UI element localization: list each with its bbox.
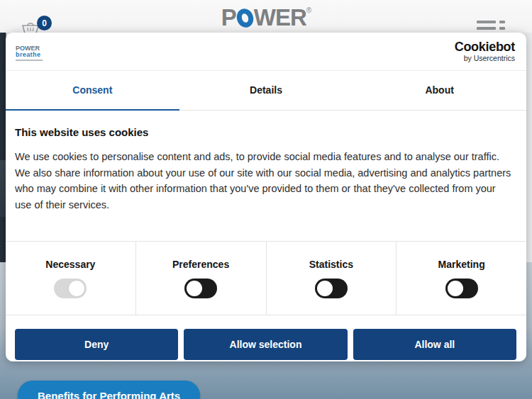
power-logo-o-icon	[234, 6, 255, 30]
tab-details[interactable]: Details	[179, 71, 353, 111]
cookie-consent-dialog: POWER breathe Cookiebot by Usercentrics …	[6, 33, 526, 361]
category-preferences: Preferences	[136, 242, 267, 315]
tab-about[interactable]: About	[353, 71, 526, 111]
cookiebot-wordmark: Cookiebot	[455, 40, 515, 53]
category-label: Marketing	[438, 259, 485, 270]
pb-logo-rest: WER	[25, 45, 40, 52]
marketing-toggle[interactable]	[445, 279, 478, 298]
menu-bar	[477, 21, 496, 23]
toggle-knob	[69, 281, 84, 296]
page: 0 PWER® POWER breathe Cookiebot by Userc…	[0, 0, 532, 399]
category-marketing: Marketing	[397, 242, 526, 315]
cookiebot-byline: by Usercentrics	[455, 55, 515, 62]
allow-selection-button[interactable]: Allow selection	[184, 329, 347, 360]
powerbreathe-logo: POWER breathe	[16, 43, 43, 61]
benefits-performing-arts-button[interactable]: Benefits for Performing Arts	[18, 381, 200, 399]
deny-button[interactable]: Deny	[15, 329, 178, 360]
power-logo-rest: WER	[254, 4, 306, 30]
dialog-tabs: Consent Details About	[6, 71, 526, 111]
pb-logo-breathe: breathe	[16, 52, 43, 58]
menu-dot	[499, 21, 505, 23]
preferences-toggle[interactable]	[184, 279, 217, 298]
dialog-header: POWER breathe Cookiebot by Usercentrics	[6, 33, 526, 71]
cookiebot-logo: Cookiebot by Usercentrics	[455, 40, 515, 62]
necessary-toggle	[54, 279, 87, 298]
registered-mark: ®	[306, 6, 311, 14]
dialog-description: We use cookies to personalise content an…	[15, 149, 513, 213]
category-necessary: Necessary	[6, 242, 136, 315]
toggle-knob	[187, 281, 202, 296]
dialog-heading: This website uses cookies	[15, 126, 516, 138]
power-logo: PWER®	[0, 4, 532, 31]
dialog-buttons: Deny Allow selection Allow all	[6, 315, 526, 360]
menu-bar	[477, 27, 496, 30]
menu-dot	[499, 27, 505, 30]
pb-logo-o: O	[20, 45, 25, 52]
category-label: Preferences	[172, 259, 229, 270]
dialog-body: This website uses cookies We use cookies…	[6, 111, 526, 213]
allow-all-button[interactable]: Allow all	[353, 329, 516, 360]
toggle-knob	[317, 281, 333, 296]
cookie-categories: Necessary Preferences Statistics Marketi…	[6, 241, 526, 315]
tab-consent[interactable]: Consent	[6, 71, 179, 111]
category-label: Statistics	[309, 259, 353, 270]
statistics-toggle[interactable]	[315, 279, 348, 298]
hamburger-menu-icon[interactable]	[477, 21, 505, 33]
pb-logo-tagline	[16, 60, 43, 61]
toggle-knob	[448, 281, 463, 296]
category-label: Necessary	[45, 259, 95, 270]
power-logo-p: P	[221, 4, 236, 30]
category-statistics: Statistics	[267, 242, 397, 315]
